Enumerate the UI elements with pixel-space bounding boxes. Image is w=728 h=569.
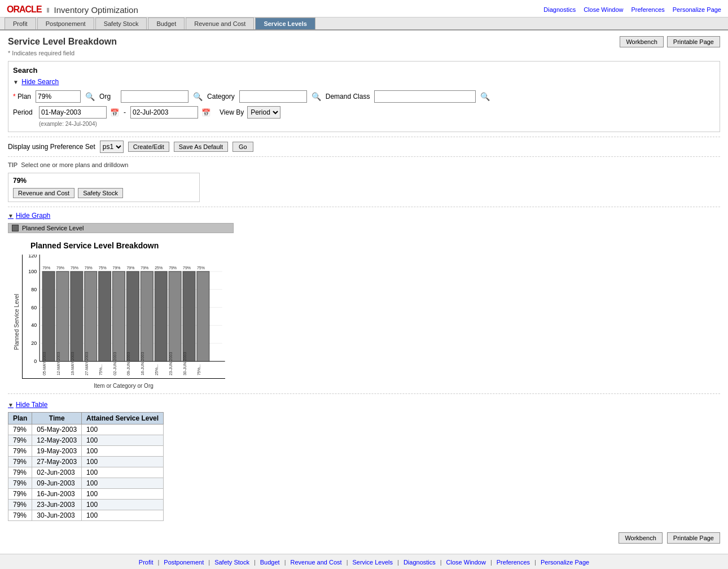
- category-search-icon[interactable]: 🔍: [312, 92, 321, 101]
- sep-7: |: [440, 559, 442, 566]
- svg-text:80: 80: [31, 287, 37, 292]
- footer-profit[interactable]: Profit: [139, 559, 154, 566]
- table-row: 79%27-May-2003100: [8, 457, 164, 467]
- hide-search-toggle[interactable]: ▼ Hide Search: [13, 78, 715, 86]
- bottom-buttons: Workbench Printable Page: [8, 528, 720, 548]
- footer-budget[interactable]: Budget: [260, 559, 280, 566]
- graph-legend-bar: Planned Service Level: [8, 223, 234, 233]
- demand-class-label: Demand Class: [326, 93, 370, 100]
- tip-label: TIP: [8, 161, 17, 168]
- printable-page-button-top[interactable]: Printable Page: [667, 36, 720, 47]
- cell-time: 30-Jun-2003: [32, 510, 82, 521]
- category-input[interactable]: [239, 90, 307, 103]
- graph-section: ▼ Hide Graph Planned Service Level Plann…: [8, 212, 720, 389]
- preferences-link[interactable]: Preferences: [631, 6, 664, 13]
- safety-stock-button[interactable]: Safety Stock: [78, 188, 123, 198]
- page-title: Service Level Breakdown: [8, 37, 117, 47]
- footer-diagnostics[interactable]: Diagnostics: [404, 559, 436, 566]
- svg-text:02-JUN-2003: 02-JUN-2003: [113, 352, 117, 375]
- footer-revenue-cost[interactable]: Revenue and Cost: [291, 559, 342, 566]
- oracle-logo: ORACLE: [7, 5, 42, 15]
- period-start-input[interactable]: [39, 106, 107, 119]
- col-time[interactable]: Time: [32, 413, 82, 424]
- period-end-input[interactable]: [130, 106, 198, 119]
- footer-postponement[interactable]: Postponement: [164, 559, 204, 566]
- close-window-link[interactable]: Close Window: [584, 6, 623, 13]
- go-button[interactable]: Go: [233, 142, 253, 152]
- demand-class-search-icon[interactable]: 🔍: [480, 92, 490, 101]
- calendar-start-icon[interactable]: 📅: [110, 108, 119, 117]
- printable-page-button-bottom[interactable]: Printable Page: [667, 532, 720, 544]
- svg-text:75%...: 75%...: [99, 364, 103, 375]
- svg-text:27-MAY-2003: 27-MAY-2003: [85, 352, 89, 375]
- nav-tabs: Profit Postponement Safety Stock Budget …: [0, 17, 728, 30]
- cell-plan: 79%: [8, 435, 32, 446]
- y-axis-label: Planned Service Level: [14, 255, 20, 389]
- sep-8: |: [490, 559, 492, 566]
- logo-separator: ▮: [46, 6, 50, 14]
- footer-service-levels[interactable]: Service Levels: [352, 559, 393, 566]
- revenue-cost-button[interactable]: Revenue and Cost: [13, 188, 74, 198]
- diagnostics-link[interactable]: Diagnostics: [543, 6, 576, 13]
- search-fields-row: * Plan 🔍 Org 🔍 Category 🔍 Demand Class 🔍: [13, 90, 715, 103]
- graph-triangle-icon: ▼: [8, 213, 14, 219]
- plan-input[interactable]: [36, 90, 81, 103]
- title-buttons: Workbench Printable Page: [620, 36, 720, 47]
- table-row: 79%05-May-2003100: [8, 424, 164, 435]
- tab-safety-stock[interactable]: Safety Stock: [95, 17, 147, 29]
- pref-set-label: Display using Preference Set: [8, 143, 95, 151]
- personalize-page-link[interactable]: Personalize Page: [673, 6, 721, 13]
- tab-profit[interactable]: Profit: [5, 17, 36, 29]
- svg-text:75%: 75%: [197, 266, 205, 270]
- save-as-default-button[interactable]: Save As Default: [174, 142, 228, 152]
- legend-label: Planned Service Level: [22, 225, 84, 231]
- cell-plan: 79%: [8, 424, 32, 435]
- svg-text:30-JUN-2003: 30-JUN-2003: [183, 352, 187, 375]
- page-title-bar: Service Level Breakdown Workbench Printa…: [8, 36, 720, 47]
- tab-service-levels[interactable]: Service Levels: [255, 17, 315, 29]
- page-content: Service Level Breakdown Workbench Printa…: [0, 30, 728, 554]
- svg-rect-16: [71, 272, 83, 361]
- calendar-end-icon[interactable]: 📅: [201, 108, 210, 117]
- tab-budget[interactable]: Budget: [148, 17, 185, 29]
- tab-postponement[interactable]: Postponement: [37, 17, 94, 29]
- tab-revenue-cost[interactable]: Revenue and Cost: [186, 17, 254, 29]
- svg-text:23-JUN-2003: 23-JUN-2003: [169, 352, 173, 375]
- hide-table-toggle[interactable]: ▼ Hide Table: [8, 401, 720, 409]
- period-row: Period 📅 - 📅 View By Period Week Month: [13, 106, 715, 119]
- hide-graph-link[interactable]: Hide Graph: [16, 212, 50, 220]
- cell-time: 12-May-2003: [32, 435, 82, 446]
- col-attained[interactable]: Attained Service Level: [82, 413, 164, 424]
- footer-close-window[interactable]: Close Window: [446, 559, 486, 566]
- hide-table-link[interactable]: Hide Table: [16, 401, 47, 409]
- view-by-select[interactable]: Period Week Month: [247, 106, 280, 119]
- org-search-icon[interactable]: 🔍: [193, 92, 203, 101]
- svg-text:19-MAY-2003: 19-MAY-2003: [71, 352, 74, 375]
- cell-attained: 100: [82, 435, 164, 446]
- period-label: Period: [13, 108, 36, 116]
- workbench-button-bottom[interactable]: Workbench: [619, 532, 662, 544]
- app-title: Inventory Optimization: [54, 5, 138, 15]
- svg-text:25%: 25%: [155, 266, 163, 270]
- cell-time: 23-Jun-2003: [32, 500, 82, 510]
- svg-rect-18: [99, 272, 111, 361]
- org-input[interactable]: [121, 90, 188, 103]
- demand-class-input[interactable]: [374, 90, 476, 103]
- hide-search-link[interactable]: Hide Search: [21, 78, 59, 86]
- plan-search-icon[interactable]: 🔍: [85, 92, 95, 101]
- svg-text:100: 100: [28, 269, 37, 274]
- pref-set-select[interactable]: ps1 ps2: [100, 141, 124, 153]
- cell-attained: 100: [82, 489, 164, 500]
- cell-time: 09-Jun-2003: [32, 478, 82, 489]
- workbench-button-top[interactable]: Workbench: [620, 36, 663, 47]
- svg-rect-23: [169, 272, 181, 361]
- col-plan[interactable]: Plan: [8, 413, 32, 424]
- hide-graph-toggle[interactable]: ▼ Hide Graph: [8, 212, 720, 220]
- footer-safety-stock[interactable]: Safety Stock: [214, 559, 249, 566]
- sep-9: |: [534, 559, 536, 566]
- create-edit-button[interactable]: Create/Edit: [128, 142, 169, 152]
- footer-personalize-page[interactable]: Personalize Page: [541, 559, 589, 566]
- footer-preferences[interactable]: Preferences: [497, 559, 530, 566]
- cell-attained: 100: [82, 446, 164, 457]
- cell-attained: 100: [82, 457, 164, 467]
